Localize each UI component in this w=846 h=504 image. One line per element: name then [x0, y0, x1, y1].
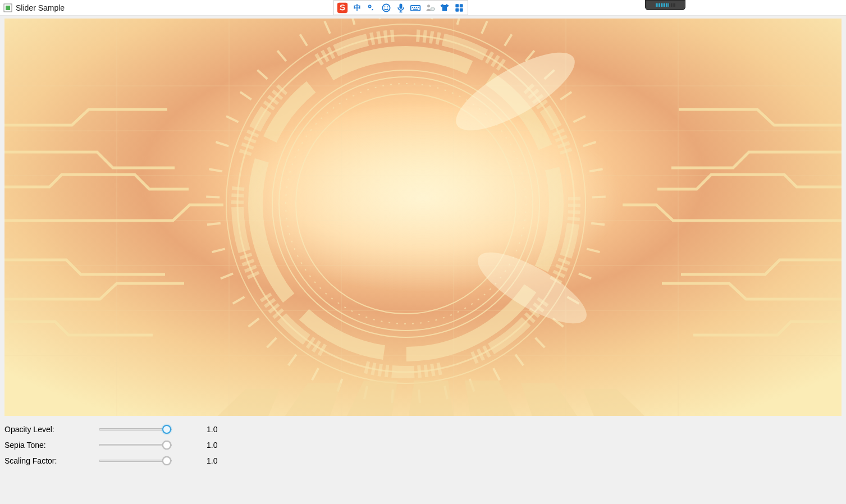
sepia-label: Sepia Tone: [4, 441, 99, 450]
person-icon[interactable] [423, 1, 437, 15]
svg-rect-13 [418, 7, 419, 8]
window-titlebar: Slider Sample 中 [0, 0, 846, 16]
keyboard-icon[interactable] [409, 1, 422, 15]
canvas-wrap [0, 16, 846, 416]
opacity-row: Opacity Level: 1.0 [4, 421, 842, 437]
svg-rect-12 [416, 7, 417, 8]
svg-rect-8 [400, 3, 403, 8]
svg-rect-1 [6, 6, 10, 10]
opacity-label: Opacity Level: [4, 425, 99, 434]
scaling-row: Scaling Factor: 1.0 [4, 453, 842, 469]
scaling-slider[interactable] [99, 460, 172, 462]
svg-point-15 [427, 4, 430, 7]
ime-toolbar: 中 [333, 0, 468, 15]
svg-rect-19 [455, 8, 459, 11]
char-degree-icon[interactable] [365, 1, 378, 15]
image-display [4, 19, 842, 416]
sepia-row: Sepia Tone: 1.0 [4, 437, 842, 453]
svg-rect-11 [414, 7, 415, 8]
app-icon [3, 3, 12, 12]
svg-point-5 [382, 4, 390, 11]
svg-point-7 [387, 6, 388, 7]
svg-text:中: 中 [354, 3, 361, 12]
svg-point-6 [385, 6, 386, 7]
sepia-value: 1.0 [207, 441, 217, 450]
svg-rect-96 [4, 19, 842, 416]
emoji-icon[interactable] [379, 1, 393, 15]
microphone-icon[interactable] [394, 1, 408, 15]
svg-rect-16 [431, 8, 435, 10]
scaling-value: 1.0 [207, 456, 217, 465]
opacity-slider[interactable] [99, 428, 172, 430]
sogou-s-icon[interactable] [336, 1, 349, 15]
svg-rect-2 [337, 2, 347, 12]
scaling-label: Scaling Factor: [4, 456, 99, 465]
svg-point-4 [369, 5, 371, 7]
shirt-icon[interactable] [438, 1, 451, 15]
svg-rect-17 [455, 4, 459, 7]
sepia-slider[interactable] [99, 444, 172, 446]
chinese-zhong-icon[interactable]: 中 [350, 1, 364, 15]
svg-rect-10 [412, 7, 413, 8]
grid-icon[interactable] [452, 1, 466, 15]
svg-rect-18 [460, 4, 463, 7]
opacity-value: 1.0 [207, 425, 217, 434]
device-widget [645, 0, 685, 10]
background-graphics-icon [4, 19, 842, 416]
svg-rect-20 [460, 8, 463, 11]
svg-rect-14 [413, 8, 418, 10]
controls-panel: Opacity Level: 1.0 Sepia Tone: 1.0 Scali… [0, 416, 846, 469]
window-title: Slider Sample [16, 3, 65, 12]
svg-rect-9 [411, 5, 420, 10]
